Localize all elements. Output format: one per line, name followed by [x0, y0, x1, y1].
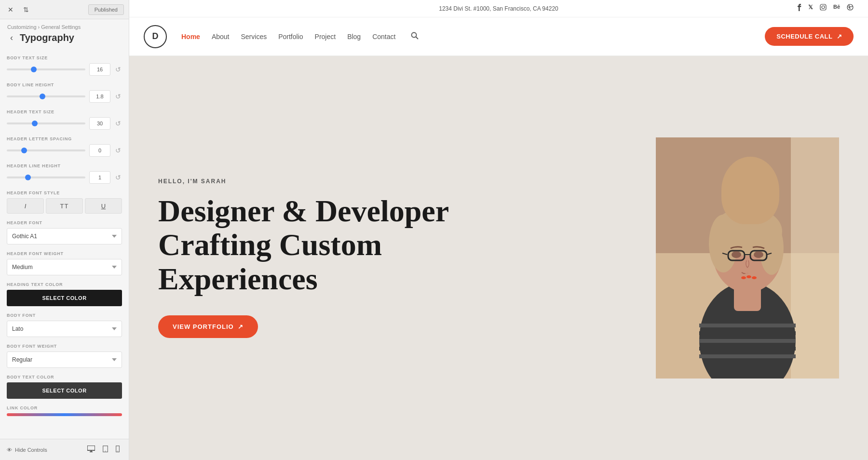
italic-button[interactable]: I: [7, 198, 44, 214]
hero-title-line3: Experiences: [158, 262, 318, 296]
header-letter-spacing-slider[interactable]: [7, 149, 85, 151]
desktop-view-button[interactable]: [85, 444, 97, 455]
hero-cta-button[interactable]: VIEW PORTFOLIO ↗: [158, 315, 258, 338]
hero-photo: [656, 137, 839, 379]
header-letter-spacing-reset[interactable]: ↺: [114, 147, 122, 154]
header-line-height-input[interactable]: [89, 171, 110, 184]
header-text-size-slider[interactable]: [7, 122, 85, 124]
underline-button[interactable]: U: [85, 198, 122, 214]
hero-subtitle: HELLO, I'M SARAH: [158, 178, 637, 185]
caps-button[interactable]: TT: [46, 198, 83, 214]
header-font-weight-select[interactable]: Thin Light Regular Medium Bold Extra Bol…: [7, 259, 122, 275]
svg-point-34: [754, 251, 763, 258]
twitter-icon[interactable]: 𝕏: [808, 4, 813, 13]
breadcrumb: Customizing › General Settings: [0, 19, 129, 32]
body-font-weight-select[interactable]: Thin Light Regular Medium Bold: [7, 352, 122, 368]
body-text-size-row: ↺: [7, 63, 122, 76]
svg-point-9: [825, 5, 825, 6]
header-font-group: HEADER FONT Gothic A1 Roboto Open Sans L…: [7, 220, 122, 244]
header-line-height-group: HEADER LINE HEIGHT ↺: [7, 163, 122, 184]
body-font-select[interactable]: Lato Roboto Open Sans Arial Georgia: [7, 321, 122, 337]
body-text-color-group: BODY TEXT COLOR Select Color: [7, 375, 122, 399]
header-text-size-label: HEADER TEXT SIZE: [7, 109, 122, 114]
close-button[interactable]: ✕: [5, 4, 16, 15]
hide-controls-label: Hide Controls: [15, 447, 47, 453]
body-line-height-slider[interactable]: [7, 95, 85, 97]
link-color-group: LINK COLOR: [7, 406, 122, 416]
body-font-label: BODY FONT: [7, 313, 122, 318]
svg-rect-7: [820, 4, 826, 10]
body-line-height-input[interactable]: [89, 90, 110, 103]
schedule-call-label: SCHEDULE CALL: [776, 33, 832, 40]
site-navbar: D Home About Services Portfolio Project …: [129, 17, 868, 56]
hero-title-line2: Crafting Custom: [158, 228, 382, 262]
facebook-icon[interactable]: [798, 4, 801, 13]
back-button[interactable]: ‹: [7, 32, 16, 44]
nav-about[interactable]: About: [212, 33, 230, 41]
mobile-view-button[interactable]: [113, 444, 122, 455]
tablet-view-button[interactable]: [100, 444, 110, 455]
swap-button[interactable]: ⇅: [20, 4, 32, 15]
instagram-icon[interactable]: [820, 4, 827, 13]
header-text-size-row: ↺: [7, 117, 122, 130]
header-text-size-input[interactable]: [89, 117, 110, 130]
body-text-size-reset[interactable]: ↺: [114, 66, 122, 73]
published-badge[interactable]: Published: [88, 4, 124, 15]
body-line-height-reset[interactable]: ↺: [114, 93, 122, 100]
hide-controls-button[interactable]: 👁 Hide Controls: [7, 447, 47, 453]
header-letter-spacing-input[interactable]: [89, 144, 110, 157]
header-font-weight-label: HEADER FONT WEIGHT: [7, 251, 122, 256]
heading-text-color-label: HEADING TEXT COLOR: [7, 282, 122, 287]
heading-text-color-button[interactable]: Select Color: [7, 290, 122, 306]
nav-project[interactable]: Project: [315, 33, 336, 41]
header-letter-spacing-group: HEADER LETTER SPACING ↺: [7, 136, 122, 157]
behance-icon[interactable]: Bē: [833, 4, 840, 13]
nav-blog[interactable]: Blog: [347, 33, 361, 41]
body-text-color-button[interactable]: Select Color: [7, 382, 122, 399]
site-logo: D: [144, 25, 167, 48]
schedule-call-button[interactable]: SCHEDULE CALL ↗: [765, 27, 854, 46]
header-line-height-label: HEADER LINE HEIGHT: [7, 163, 122, 168]
site-nav: Home About Services Portfolio Project Bl…: [181, 32, 419, 41]
header-text-size-reset[interactable]: ↺: [114, 120, 122, 127]
header-letter-spacing-row: ↺: [7, 144, 122, 157]
header-line-height-reset[interactable]: ↺: [114, 174, 122, 181]
view-icons: [85, 444, 122, 455]
nav-services[interactable]: Services: [241, 33, 267, 41]
body-line-height-group: BODY LINE HEIGHT ↺: [7, 82, 122, 103]
nav-portfolio[interactable]: Portfolio: [278, 33, 303, 41]
header-line-height-slider[interactable]: [7, 176, 85, 178]
body-font-weight-label: BODY FONT WEIGHT: [7, 344, 122, 349]
body-text-size-label: BODY TEXT SIZE: [7, 55, 122, 60]
panel-title: Typography: [20, 32, 74, 43]
schedule-call-icon: ↗: [837, 33, 842, 40]
header-font-select[interactable]: Gothic A1 Roboto Open Sans Lato Montserr…: [7, 228, 122, 244]
panel-bottom-bar: 👁 Hide Controls: [0, 439, 129, 460]
font-style-buttons: I TT U: [7, 198, 122, 214]
body-text-size-slider[interactable]: [7, 68, 85, 70]
search-icon[interactable]: [411, 32, 419, 41]
nav-contact[interactable]: Contact: [372, 33, 395, 41]
body-font-weight-group: BODY FONT WEIGHT Thin Light Regular Medi…: [7, 344, 122, 368]
heading-text-color-group: HEADING TEXT COLOR Select Color: [7, 282, 122, 306]
svg-rect-16: [791, 137, 839, 379]
hero-image: [656, 137, 839, 379]
breadcrumb-text: Customizing › General Settings: [7, 24, 81, 30]
hero-cta-label: VIEW PORTFOLIO: [173, 323, 234, 330]
link-color-bar[interactable]: [7, 413, 122, 416]
header-line-height-row: ↺: [7, 171, 122, 184]
nav-home[interactable]: Home: [181, 33, 200, 41]
svg-point-8: [822, 6, 825, 9]
header-font-style-group: HEADER FONT STYLE I TT U: [7, 190, 122, 214]
svg-point-11: [412, 32, 417, 37]
dribbble-icon[interactable]: [847, 4, 854, 13]
body-text-size-input[interactable]: [89, 63, 110, 76]
body-font-group: BODY FONT Lato Roboto Open Sans Arial Ge…: [7, 313, 122, 337]
header-text-size-group: HEADER TEXT SIZE ↺: [7, 109, 122, 130]
header-font-weight-group: HEADER FONT WEIGHT Thin Light Regular Me…: [7, 251, 122, 275]
hero-cta-icon: ↗: [238, 323, 244, 330]
social-icons: 𝕏 Bē: [798, 4, 854, 13]
svg-point-33: [732, 251, 741, 258]
svg-point-26: [709, 215, 738, 272]
hero-section: HELLO, I'M SARAH Designer & Developer Cr…: [129, 56, 868, 460]
